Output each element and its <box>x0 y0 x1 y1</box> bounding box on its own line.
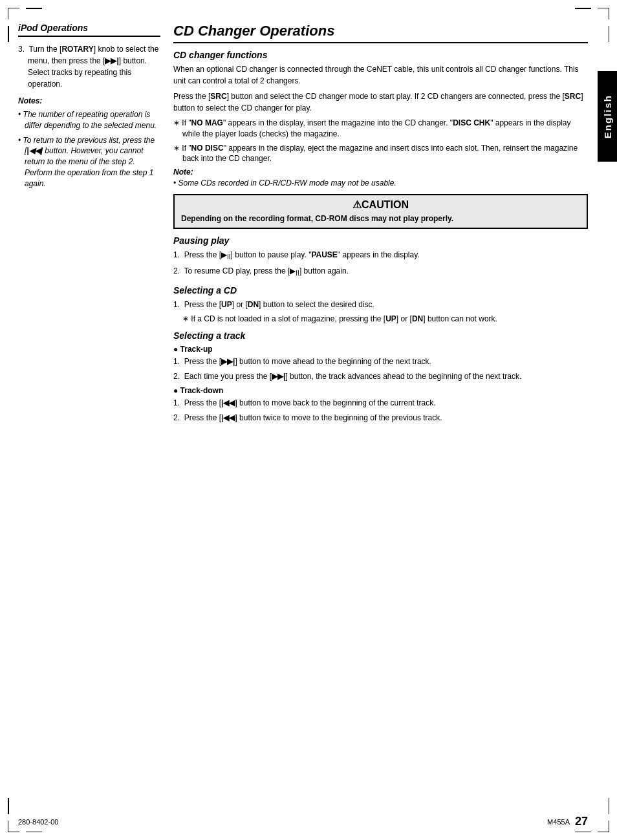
track-down-step1: 1. Press the [|◀◀] button to move back t… <box>173 397 588 409</box>
ipod-content: 3. Turn the [ROTARY] knob to select the … <box>18 43 160 189</box>
track-up-step2: 2. Each time you press the [▶▶|] button,… <box>173 371 588 382</box>
cd-bullet1: If "NO MAG" appears in the display, inse… <box>173 118 588 140</box>
pausing-step1: 1. Press the [▶II] button to pause play.… <box>173 249 588 262</box>
functions-subtitle: CD changer functions <box>173 50 588 60</box>
side-mark-rtop <box>609 26 610 42</box>
model-number: M455A <box>547 818 570 826</box>
selecting-cd-step1: 1. Press the [UP] or [DN] button to sele… <box>173 299 588 310</box>
caution-header: ⚠CAUTION <box>181 199 580 211</box>
corner-mark-tl <box>8 8 19 19</box>
doc-number: 280-8402-00 <box>18 818 58 826</box>
selecting-cd-subnote: If a CD is not loaded in a slot of magaz… <box>173 314 588 325</box>
ipod-note2: To return to the previous list, press th… <box>18 135 160 189</box>
caution-body: Depending on the recording format, CD-RO… <box>181 213 580 224</box>
footer: 280-8402-00 M455A 27 <box>18 815 588 828</box>
pausing-step2: 2. To resume CD play, press the [▶II] bu… <box>173 265 588 278</box>
caution-box: ⚠CAUTION Depending on the recording form… <box>173 194 588 229</box>
side-mark-rbot <box>609 798 610 814</box>
content-area: iPod Operations 3. Turn the [ROTARY] kno… <box>18 23 588 814</box>
side-mark-ltop <box>8 26 9 42</box>
ipod-section-title: iPod Operations <box>18 23 160 33</box>
caution-triangle-icon: ⚠ <box>352 199 362 210</box>
english-tab: English <box>598 71 617 162</box>
cd-note-italic: Some CDs recorded in CD-R/CD-RW mode may… <box>173 178 588 189</box>
ipod-section: iPod Operations 3. Turn the [ROTARY] kno… <box>18 23 160 814</box>
ipod-title-container: iPod Operations <box>18 23 160 37</box>
cd-changer-main-title: CD Changer Operations <box>173 23 588 43</box>
cd-changer-section: CD Changer Operations CD changer functio… <box>173 23 588 814</box>
track-down-label: Track-down <box>173 386 588 395</box>
notes-label: Notes: <box>18 95 160 107</box>
ipod-note1: The number of repeating operation is dif… <box>18 109 160 131</box>
side-mark-tl <box>26 8 42 9</box>
pausing-subtitle: Pausing play <box>173 235 588 246</box>
track-up-step1: 1. Press the [▶▶|] button to move ahead … <box>173 356 588 367</box>
cd-bullet2: If "NO DISC" appears in the display, eje… <box>173 143 588 165</box>
page-number: 27 <box>575 815 588 828</box>
selecting-track-subtitle: Selecting a track <box>173 330 588 341</box>
english-tab-label: English <box>602 94 613 138</box>
functions-body1: When an optional CD changer is connected… <box>173 63 588 87</box>
side-mark-lbot <box>8 798 9 814</box>
side-mark-br <box>575 832 591 833</box>
selecting-cd-subtitle: Selecting a CD <box>173 285 588 296</box>
ipod-step3: 3. Turn the [ROTARY] knob to select the … <box>18 43 160 90</box>
track-up-label: Track-up <box>173 345 588 354</box>
side-mark-tr <box>575 8 591 9</box>
side-mark-bl <box>26 832 42 833</box>
cd-note-label: Note: <box>173 167 588 177</box>
functions-body2: Press the [SRC] button and select the CD… <box>173 91 588 114</box>
corner-mark-tr <box>598 8 609 19</box>
track-down-step2: 2. Press the [|◀◀] button twice to move … <box>173 412 588 424</box>
corner-mark-br <box>598 821 609 832</box>
